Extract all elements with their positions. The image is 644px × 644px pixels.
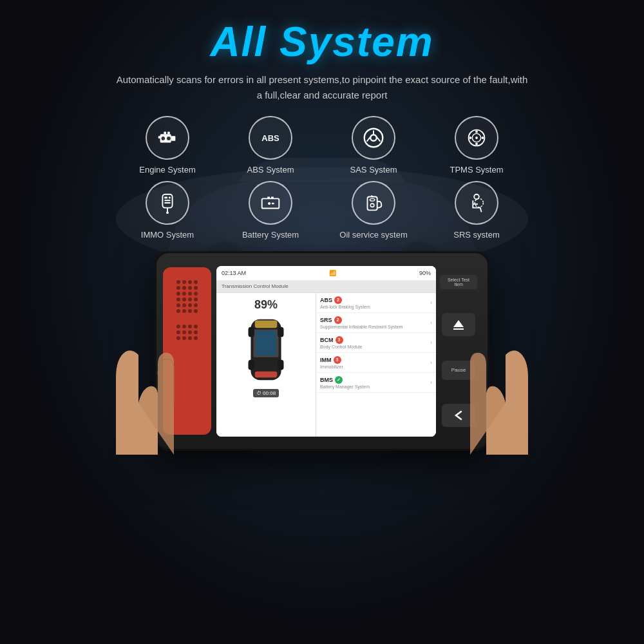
srs-system-label: SRS system (453, 230, 500, 240)
wifi-icon: 📶 (329, 270, 336, 276)
battery-system-item[interactable]: Battery System (235, 181, 306, 240)
sas-system-label: SAS System (350, 165, 397, 175)
svg-rect-47 (249, 327, 254, 337)
screen-module-header: Transmission Control Module (216, 280, 436, 293)
engine-icon (155, 126, 180, 150)
svg-rect-51 (255, 320, 278, 328)
page-title: All System (0, 18, 644, 66)
key-fob-icon (155, 191, 180, 215)
tpms-system-label: TPMS System (450, 165, 503, 175)
device-with-hands: 02:13 AM 📶 90% Transmission Control Modu… (155, 251, 489, 451)
bms-item-sub: Battery Manager System (320, 384, 430, 389)
svg-rect-6 (171, 136, 176, 141)
srs-badge: 2 (334, 316, 342, 324)
page-subtitle: Automatically scans for errors in all pr… (116, 72, 528, 103)
header-section: All System Automatically scans for error… (0, 0, 644, 103)
bcm-item-sub: Body Control Module (320, 345, 430, 349)
oil-system-item[interactable]: Oil service system (338, 181, 409, 240)
bcm-badge: 3 (336, 336, 343, 344)
svg-point-19 (475, 131, 478, 133)
right-hand (451, 313, 541, 457)
abs-list-item[interactable]: ABS 2 Anti-lock Braking System › (316, 293, 436, 313)
sas-system-item[interactable]: SAS System (338, 116, 409, 175)
battery-status: 90% (419, 270, 431, 276)
svg-rect-27 (164, 200, 171, 201)
abs-badge: 2 (334, 296, 342, 304)
bms-item-name: BMS ✓ (320, 376, 430, 384)
abs-system-item[interactable]: ABS ABS System (235, 116, 306, 175)
status-time: 02:13 AM (222, 270, 246, 276)
tpms-icon-circle (455, 116, 498, 160)
scan-timer: ⏱ 00:08 (253, 389, 279, 397)
immo-icon-circle (146, 181, 189, 225)
svg-point-38 (370, 198, 375, 201)
srs-list-item[interactable]: SRS 2 Supplemental Inflatable Restraint … (316, 313, 436, 333)
tpms-icon (464, 126, 489, 150)
tpms-system-item[interactable]: TPMS System (441, 116, 512, 175)
main-content: All System Automatically scans for error… (0, 0, 644, 644)
svg-rect-33 (271, 197, 274, 199)
icons-row-1: Engine System ABS ABS System (132, 116, 512, 175)
abs-system-label: ABS System (247, 165, 294, 175)
imm-list-item[interactable]: IMM 3 Immobilizer › (316, 353, 436, 373)
battery-percentage: 89% (254, 298, 278, 312)
screen-left-panel: 89% (216, 293, 316, 437)
svg-rect-28 (164, 202, 171, 204)
screen-right-panel: ABS 2 Anti-lock Braking System › (316, 293, 436, 437)
abs-icon: ABS (261, 133, 279, 143)
module-name: Transmission Control Module (222, 283, 289, 289)
engine-system-item[interactable]: Engine System (132, 116, 203, 175)
svg-point-21 (469, 137, 472, 139)
oil-icon-circle (352, 181, 395, 225)
screen-statusbar: 02:13 AM 📶 90% (216, 266, 436, 280)
oil-system-label: Oil service system (339, 230, 407, 240)
svg-rect-7 (158, 136, 161, 138)
srs-system-item[interactable]: SRS system (441, 181, 512, 240)
abs-item-info: ABS 2 Anti-lock Braking System (320, 296, 430, 309)
svg-rect-48 (278, 327, 283, 337)
svg-point-20 (475, 143, 478, 146)
imm-item-info: IMM 3 Immobilizer (320, 356, 430, 369)
srs-item-sub: Supplemental Inflatable Restraint System (320, 325, 430, 329)
imm-item-name: IMM 3 (320, 356, 430, 364)
engine-system-label: Engine System (139, 165, 195, 175)
oil-can-icon (361, 191, 386, 215)
immo-system-item[interactable]: IMMO System (132, 181, 203, 240)
svg-point-11 (167, 137, 171, 140)
svg-point-22 (482, 137, 484, 139)
abs-arrow-icon: › (430, 299, 432, 306)
imm-item-sub: Immobilizer (320, 365, 430, 369)
imm-arrow-icon: › (430, 359, 432, 366)
engine-icon-circle (146, 116, 189, 160)
select-test-label: Select Test Item (440, 275, 477, 289)
steering-wheel-icon (361, 126, 386, 150)
battery-icon (258, 191, 283, 215)
bms-item-info: BMS ✓ Battery Manager System (320, 376, 430, 389)
srs-item-name: SRS 2 (320, 316, 430, 324)
immo-system-label: IMMO System (141, 230, 194, 240)
right-hand-svg (451, 313, 541, 455)
abs-item-name: ABS 2 (320, 296, 430, 304)
imm-badge: 3 (334, 356, 341, 364)
svg-point-13 (370, 135, 377, 141)
srs-item-info: SRS 2 Supplemental Inflatable Restraint … (320, 316, 430, 329)
svg-rect-46 (256, 330, 276, 355)
bcm-item-name: BCM 3 (320, 336, 430, 344)
abs-icon-circle: ABS (249, 116, 292, 160)
car-top-view-icon (234, 314, 298, 385)
svg-rect-25 (164, 197, 167, 199)
svg-rect-26 (169, 197, 171, 199)
svg-point-43 (475, 198, 483, 207)
bcm-list-item[interactable]: BCM 3 Body Control Module › (316, 333, 436, 353)
svg-point-30 (166, 211, 169, 214)
screen-body: 89% (216, 293, 436, 437)
svg-rect-50 (278, 359, 283, 370)
svg-rect-24 (162, 194, 172, 208)
srs-arrow-icon: › (430, 319, 432, 326)
bms-badge: ✓ (335, 376, 343, 384)
icons-row-2: IMMO System Battery System (132, 181, 512, 240)
bms-list-item[interactable]: BMS ✓ Battery Manager System › (316, 373, 436, 393)
svg-rect-49 (249, 359, 254, 370)
left-hand (103, 313, 193, 457)
bcm-arrow-icon: › (430, 339, 432, 346)
